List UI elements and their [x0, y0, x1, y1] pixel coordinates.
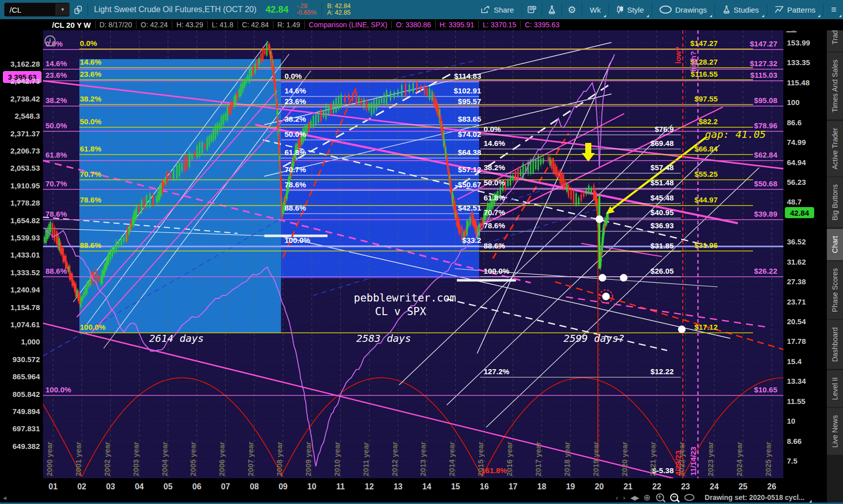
change-group: -.28 -0.65% — [297, 3, 317, 16]
gadget-tab-phase-scores[interactable]: Phase Scores — [827, 261, 843, 319]
share-button[interactable]: Share — [475, 0, 521, 19]
right-axis-label: 36.52 — [787, 237, 806, 247]
ohlc-cell: R: 1.49 — [273, 21, 304, 29]
right-axis-label: 23.71 — [787, 297, 806, 307]
gadget-tab-times-and-sales[interactable]: Times And Sales — [827, 53, 843, 120]
lasso-oval-icon[interactable] — [684, 494, 694, 501]
trading-platform-window: /CL ▼ Light Sweet Crude Oil Futures,ETH … — [0, 0, 843, 504]
right-axis-label: 17.78 — [787, 336, 806, 346]
ohlc-cell: O: 3380.86 — [391, 21, 435, 29]
time-axis-label: 03 — [101, 482, 121, 491]
time-axis[interactable]: 0102030405060708091011121314151617181920… — [0, 478, 827, 504]
right-axis-label: 7.5 — [787, 456, 798, 466]
time-axis-label: 02 — [72, 482, 92, 491]
ohlc-status-bar: /CL 20 Y W D: 8/17/20O: 42.24H: 43.29L: … — [0, 19, 843, 30]
studies-flask-icon — [723, 6, 730, 14]
left-axis-label: 2,738.42 — [11, 94, 40, 104]
time-axis-label: 11 — [331, 482, 351, 491]
right-axis-label: 11.55 — [787, 396, 806, 407]
drawing-set-selector[interactable]: Drawing set: 2020-0518 cycl... — [705, 493, 812, 501]
gadget-tab-rail: TradeTimes And SalesActive TraderBig But… — [827, 19, 843, 502]
left-axis-label: 2,942.73 — [11, 76, 40, 86]
time-axis-label: 15 — [445, 482, 465, 491]
right-price-axis[interactable]: 42.84 153.99133.35115.4810086.674.9964.9… — [783, 20, 827, 478]
oval-drawing-icon — [660, 6, 672, 14]
right-axis-label: 48.7 — [787, 197, 802, 207]
symbol-input[interactable]: /CL ▼ — [4, 3, 70, 17]
right-axis-label: 27.38 — [787, 277, 806, 287]
ohlc-cell: L: 3370.15 — [478, 21, 520, 29]
timeframe-button[interactable]: Wk — [583, 0, 607, 19]
left-axis-label: 2,548.3 — [15, 111, 40, 121]
info-icon[interactable]: i — [44, 35, 56, 46]
left-axis-label: 749.894 — [13, 407, 40, 417]
time-axis-label: 17 — [503, 482, 523, 491]
drawings-button[interactable]: Drawings — [653, 0, 714, 19]
collapse-left-icon[interactable]: ◂ — [3, 494, 7, 501]
bid-ask-group: B: 42.84 A: 42.85 — [327, 3, 351, 16]
time-axis-label: 06 — [186, 482, 207, 491]
gadget-tab-live-news[interactable]: Live News — [827, 408, 843, 455]
time-axis-label: 24 — [704, 482, 724, 491]
left-axis-label: 2,053.53 — [11, 163, 40, 173]
crosshair-icon[interactable]: ⊕ — [643, 492, 650, 503]
link-icon[interactable] — [70, 2, 86, 17]
left-axis-label: 649.382 — [13, 441, 40, 451]
patterns-button[interactable]: Patterns — [768, 0, 822, 19]
gadget-tab-active-trader[interactable]: Active Trader — [827, 121, 843, 176]
left-axis-label: 1,910.95 — [11, 181, 40, 191]
left-axis-label: 865.964 — [13, 372, 40, 382]
settings-gear-icon[interactable]: ⚙ — [563, 2, 581, 17]
symbol-dropdown-button[interactable]: ▼ — [56, 4, 69, 16]
time-axis-label: 26 — [762, 482, 782, 491]
chart-canvas[interactable] — [0, 0, 843, 504]
time-axis-label: 25 — [733, 482, 753, 491]
right-axis-label: 64.94 — [787, 158, 806, 168]
time-axis-label: 04 — [129, 482, 150, 491]
studies-button[interactable]: Studies — [716, 0, 766, 19]
gadget-tab-chart[interactable]: Chart — [827, 229, 843, 260]
style-button[interactable]: Style — [610, 0, 650, 19]
zoom-in-icon[interactable] — [656, 493, 664, 501]
chart-status-row: ◂ ‹ › ◀▶ ⊕ Drawing set: 2020-0518 cycl..… — [0, 492, 827, 502]
ohlc-cell: C: 42.84 — [238, 21, 273, 29]
left-axis-label: 1,654.82 — [11, 216, 40, 226]
gadget-tab-level-ii[interactable]: Level II — [827, 370, 843, 407]
right-axis-label: 15.4 — [787, 357, 802, 367]
pan-icon[interactable]: ◀▶ — [630, 494, 638, 501]
left-price-axis[interactable]: 3,395.63 3,162.282,942.732,738.422,548.3… — [0, 30, 43, 478]
gadget-tab-big-buttons[interactable]: Big Buttons — [827, 177, 843, 228]
ohlc-cell: C: 3395.63 — [520, 21, 564, 29]
ohlc-cell: H: 3395.91 — [435, 21, 479, 29]
right-axis-label: 8.66 — [787, 436, 802, 446]
zoom-out-icon[interactable] — [670, 493, 678, 501]
ohlc-cell: D: 8/17/20 — [95, 21, 136, 29]
time-axis-label: 09 — [273, 482, 293, 491]
left-axis-label: 1,539.93 — [11, 233, 40, 243]
step-forward-icon[interactable]: › — [623, 494, 625, 501]
gadget-tab-dashboard[interactable]: Dashboard — [827, 320, 843, 369]
left-axis-label: 3,162.28 — [11, 59, 40, 69]
left-axis-label: 805.842 — [13, 389, 40, 399]
time-axis-label: 14 — [416, 482, 437, 491]
time-axis-label: 21 — [618, 482, 638, 491]
ohlc-cell: Comparison (LINE, SPX) — [304, 21, 392, 29]
news-note-icon[interactable] — [523, 2, 541, 17]
time-axis-label: 18 — [532, 482, 552, 491]
right-axis-label: 13.34 — [787, 376, 806, 386]
time-axis-label: 07 — [215, 482, 236, 491]
right-axis-label: 133.35 — [787, 58, 810, 68]
analyze-flask-icon[interactable] — [543, 2, 560, 17]
time-axis-label: 12 — [359, 482, 380, 491]
right-axis-label: 20.54 — [787, 317, 806, 327]
right-axis-label: 86.6 — [787, 118, 802, 128]
candle-style-icon — [617, 6, 624, 14]
left-axis-label: 1,074.61 — [11, 320, 40, 330]
time-axis-label: 13 — [388, 482, 408, 491]
step-back-icon[interactable]: ‹ — [616, 494, 618, 501]
menu-button[interactable]: ≡ — [824, 0, 843, 19]
left-axis-label: 2,371.37 — [11, 129, 40, 139]
ohlc-cell: O: 42.24 — [136, 21, 172, 29]
time-axis-label: 01 — [43, 482, 63, 491]
time-axis-label: 08 — [244, 482, 264, 491]
